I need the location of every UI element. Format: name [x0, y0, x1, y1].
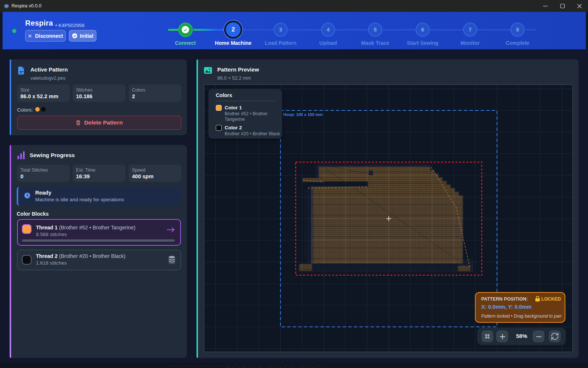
svg-text:Hoop: 100 x 100 mm: Hoop: 100 x 100 mm [283, 112, 323, 117]
